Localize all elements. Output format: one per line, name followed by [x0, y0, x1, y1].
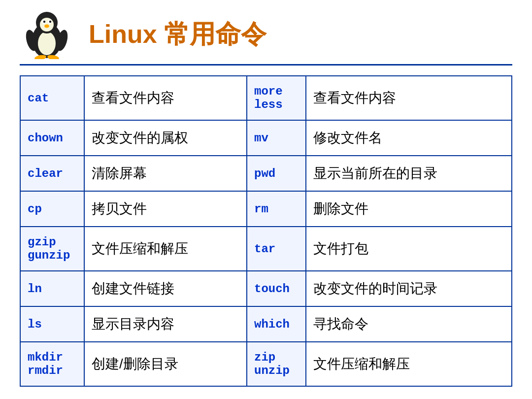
main-page: Linux 常用命令 cat查看文件内容moreless查看文件内容chown改…	[0, 0, 532, 399]
svg-point-7	[49, 21, 51, 23]
command-name-left: cat	[20, 76, 84, 120]
table-row: cp拷贝文件rm删除文件	[20, 191, 512, 227]
command-name-left: clear	[20, 156, 84, 191]
command-name-right: which	[247, 306, 306, 342]
command-desc-right: 查看文件内容	[306, 76, 512, 120]
command-name-left: ls	[20, 306, 84, 342]
command-desc-right: 删除文件	[306, 191, 512, 227]
command-name-right: pwd	[247, 156, 306, 191]
table-row: gzipgunzip文件压缩和解压tar文件打包	[20, 227, 512, 271]
svg-point-8	[44, 25, 49, 28]
command-name-left: ln	[20, 271, 84, 306]
page-title: Linux 常用命令	[89, 17, 266, 52]
command-name-left: cp	[20, 191, 84, 227]
command-desc-left: 创建/删除目录	[84, 342, 247, 386]
command-desc-right: 文件打包	[306, 227, 512, 271]
command-desc-right: 寻找命令	[306, 306, 512, 342]
command-name-right: mv	[247, 120, 306, 156]
table-row: mkdirrmdir创建/删除目录zipunzip文件压缩和解压	[20, 342, 512, 386]
header: Linux 常用命令	[20, 10, 512, 66]
tux-penguin-icon	[20, 10, 74, 59]
svg-point-1	[38, 32, 56, 55]
command-table: cat查看文件内容moreless查看文件内容chown改变文件的属权mv修改文…	[20, 75, 512, 387]
command-name-right: touch	[247, 271, 306, 306]
command-desc-left: 查看文件内容	[84, 76, 247, 120]
table-row: cat查看文件内容moreless查看文件内容	[20, 76, 512, 120]
table-row: clear清除屏幕pwd显示当前所在的目录	[20, 156, 512, 191]
command-name-right: tar	[247, 227, 306, 271]
table-row: ls显示目录内容which寻找命令	[20, 306, 512, 342]
command-desc-right: 修改文件名	[306, 120, 512, 156]
table-row: chown改变文件的属权mv修改文件名	[20, 120, 512, 156]
command-desc-left: 显示目录内容	[84, 306, 247, 342]
command-desc-left: 清除屏幕	[84, 156, 247, 191]
command-name-right: rm	[247, 191, 306, 227]
command-name-right: zipunzip	[247, 342, 306, 386]
command-desc-right: 改变文件的时间记录	[306, 271, 512, 306]
command-desc-left: 文件压缩和解压	[84, 227, 247, 271]
command-name-right: moreless	[247, 76, 306, 120]
command-name-left: gzipgunzip	[20, 227, 84, 271]
command-desc-left: 拷贝文件	[84, 191, 247, 227]
command-name-left: mkdirrmdir	[20, 342, 84, 386]
command-name-left: chown	[20, 120, 84, 156]
command-desc-right: 显示当前所在的目录	[306, 156, 512, 191]
command-desc-left: 创建文件链接	[84, 271, 247, 306]
table-row: ln创建文件链接touch改变文件的时间记录	[20, 271, 512, 306]
svg-point-6	[43, 21, 45, 23]
command-desc-left: 改变文件的属权	[84, 120, 247, 156]
command-desc-right: 文件压缩和解压	[306, 342, 512, 386]
